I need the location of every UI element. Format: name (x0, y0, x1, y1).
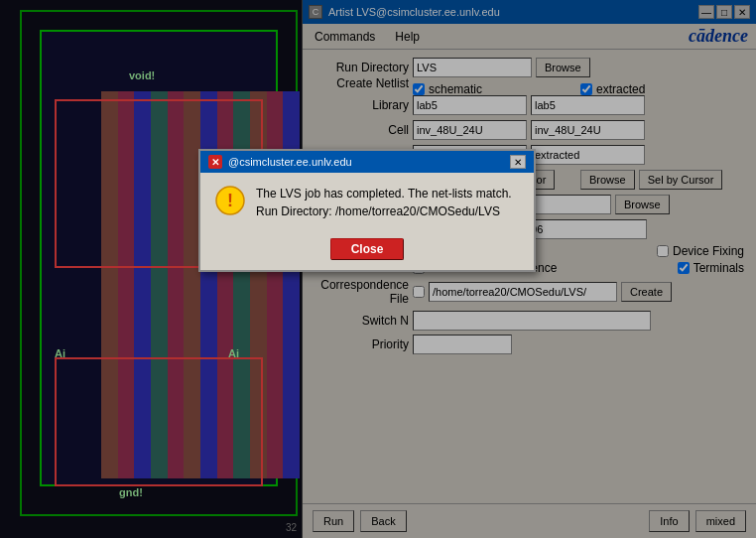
modal-message-line2: Run Directory: /home/torrea20/CMOSedu/LV… (256, 204, 500, 218)
modal-close-button[interactable]: Close (330, 238, 405, 260)
modal-message: The LVS job has completed. The net-lists… (256, 185, 520, 220)
modal-body: ! The LVS job has completed. The net-lis… (200, 173, 534, 232)
modal-app-icon: ✕ (208, 155, 222, 169)
modal-dialog: ✕ @csimcluster.ee.unlv.edu ✕ ! The LVS j… (198, 149, 536, 272)
warning-icon: ! (214, 185, 246, 216)
modal-title-bar: ✕ @csimcluster.ee.unlv.edu ✕ (200, 151, 534, 173)
modal-message-line1: The LVS job has completed. The net-lists… (256, 187, 512, 201)
modal-title: @csimcluster.ee.unlv.edu (228, 156, 352, 168)
modal-overlay: ✕ @csimcluster.ee.unlv.edu ✕ ! The LVS j… (0, 0, 756, 538)
modal-footer: Close (200, 232, 534, 270)
modal-close-x-button[interactable]: ✕ (510, 155, 526, 169)
svg-text:!: ! (227, 191, 233, 210)
